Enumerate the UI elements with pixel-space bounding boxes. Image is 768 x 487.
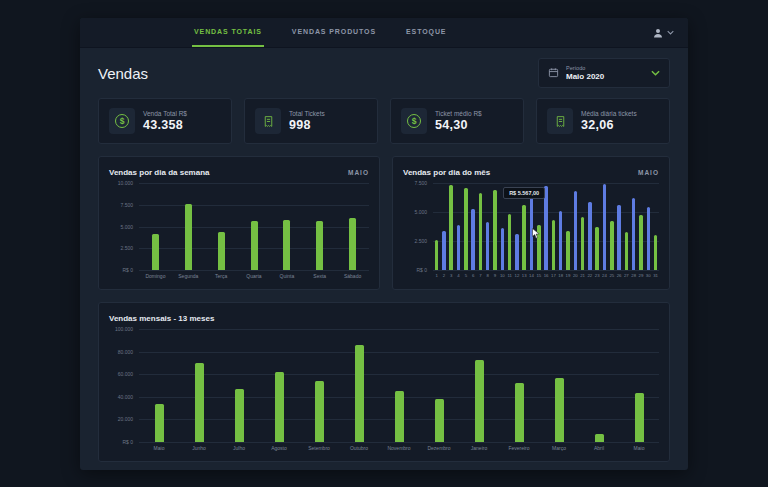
- x-tick-label: 9: [491, 273, 498, 278]
- bar-20[interactable]: [574, 191, 578, 270]
- bar-column: [594, 183, 601, 270]
- calendar-icon: [548, 64, 559, 82]
- bar-21[interactable]: [581, 217, 585, 270]
- bar-19[interactable]: [566, 231, 570, 270]
- bar-7[interactable]: [479, 193, 483, 270]
- bar-column: [557, 183, 564, 270]
- user-icon: [652, 27, 664, 39]
- bars-row: [433, 183, 659, 270]
- bar-column: [550, 183, 557, 270]
- bar-column: [652, 183, 659, 270]
- bar-4[interactable]: [457, 225, 461, 270]
- bar-Junho[interactable]: [195, 363, 204, 442]
- bar-Segunda[interactable]: [185, 204, 192, 270]
- bars-row: [139, 329, 659, 442]
- x-tick-label: Fevereiro: [499, 445, 539, 451]
- bar-Sexta[interactable]: [316, 221, 323, 270]
- y-tick-label: 7.500: [120, 202, 133, 208]
- x-tick-label: 6: [469, 273, 476, 278]
- bar-25[interactable]: [610, 221, 614, 270]
- bar-column: [619, 329, 659, 442]
- bar-13[interactable]: [522, 205, 526, 270]
- bar-8[interactable]: [486, 222, 490, 270]
- bar-22[interactable]: [588, 202, 592, 270]
- chart-plot: R$ 5.567,00: [433, 183, 659, 270]
- x-tick-label: 21: [579, 273, 586, 278]
- bar-Domingo[interactable]: [152, 234, 159, 270]
- bar-27[interactable]: [625, 232, 629, 270]
- chart-title: Vendas mensais - 13 meses: [109, 314, 214, 323]
- x-tick-label: 29: [637, 273, 644, 278]
- bar-Terça[interactable]: [218, 232, 225, 270]
- bar-Quinta[interactable]: [283, 220, 290, 270]
- bar-column: [179, 329, 219, 442]
- gridline: [433, 270, 659, 271]
- bar-18[interactable]: [559, 211, 563, 270]
- x-tick-label: 31: [652, 273, 659, 278]
- bar-17[interactable]: [552, 220, 556, 270]
- bar-Agosto[interactable]: [275, 372, 284, 442]
- bar-column: [579, 329, 619, 442]
- bar-Março[interactable]: [555, 378, 564, 442]
- bar-3[interactable]: [449, 185, 453, 270]
- y-tick-label: 10.000: [118, 180, 133, 186]
- x-tick-label: 13: [521, 273, 528, 278]
- bar-Abril[interactable]: [595, 434, 604, 442]
- period-dropdown[interactable]: Período Maio 2020: [538, 58, 670, 88]
- bar-5[interactable]: [464, 188, 468, 270]
- x-tick-label: 2: [440, 273, 447, 278]
- bar-16[interactable]: [544, 186, 548, 270]
- bar-Maio[interactable]: [635, 393, 644, 442]
- bar-29[interactable]: [639, 215, 643, 270]
- bar-10[interactable]: [501, 228, 505, 270]
- x-tick-label: Terça: [205, 273, 238, 279]
- day-of-month-bar-chart: 7.5005.0002.500R$ 0R$ 5.567,001234567891…: [403, 183, 659, 281]
- bar-24[interactable]: [603, 184, 607, 270]
- charts-row: Vendas por dia da semana MAIO 10.0007.50…: [98, 156, 670, 290]
- bar-Sábado[interactable]: [349, 218, 356, 270]
- x-tick-label: Sábado: [336, 273, 369, 279]
- tab-vendas-produtos[interactable]: VENDAS PRODUTOS: [290, 18, 378, 47]
- bar-column: [608, 183, 615, 270]
- bar-Novembro[interactable]: [395, 391, 404, 442]
- bar-30[interactable]: [647, 207, 651, 270]
- bar-11[interactable]: [508, 214, 512, 270]
- bar-Janeiro[interactable]: [475, 360, 484, 442]
- bar-Fevereiro[interactable]: [515, 383, 524, 442]
- x-tick-label: 25: [608, 273, 615, 278]
- x-tick-label: 27: [623, 273, 630, 278]
- monthly-bar-chart: 100.00080.00060.00040.00020.000R$ 0MaioJ…: [109, 329, 659, 453]
- bar-Quarta[interactable]: [251, 221, 258, 270]
- y-tick-label: 80.000: [118, 349, 133, 355]
- bar-26[interactable]: [617, 205, 621, 270]
- x-tick-label: Outubro: [339, 445, 379, 451]
- bar-12[interactable]: [515, 234, 519, 270]
- x-tick-label: 1: [433, 273, 440, 278]
- bar-column: [630, 183, 637, 270]
- bar-6[interactable]: [471, 209, 475, 270]
- kpi-label: Média diária tickets: [581, 110, 637, 117]
- bar-1[interactable]: [435, 240, 439, 270]
- bar-2[interactable]: [442, 231, 446, 270]
- tab-estoque[interactable]: ESTOQUE: [404, 18, 448, 47]
- bar-23[interactable]: [595, 227, 599, 270]
- user-menu[interactable]: [652, 27, 674, 39]
- tab-vendas-totais[interactable]: VENDAS TOTAIS: [192, 18, 264, 47]
- bar-column: [379, 329, 419, 442]
- bar-Julho[interactable]: [235, 389, 244, 442]
- x-tick-label: Março: [539, 445, 579, 451]
- period-texts: Período Maio 2020: [566, 65, 644, 81]
- bar-column: [303, 183, 336, 270]
- bar-28[interactable]: [632, 198, 636, 270]
- x-tick-label: Sexta: [303, 273, 336, 279]
- x-tick-label: 4: [455, 273, 462, 278]
- bar-Outubro[interactable]: [355, 345, 364, 442]
- x-tick-label: Dezembro: [419, 445, 459, 451]
- bar-9[interactable]: [493, 190, 497, 270]
- bar-Dezembro[interactable]: [435, 399, 444, 442]
- bar-Setembro[interactable]: [315, 381, 324, 442]
- x-tick-label: 3: [448, 273, 455, 278]
- bar-31[interactable]: [654, 235, 658, 270]
- bar-Maio[interactable]: [155, 404, 164, 442]
- x-tick-label: 11: [506, 273, 513, 278]
